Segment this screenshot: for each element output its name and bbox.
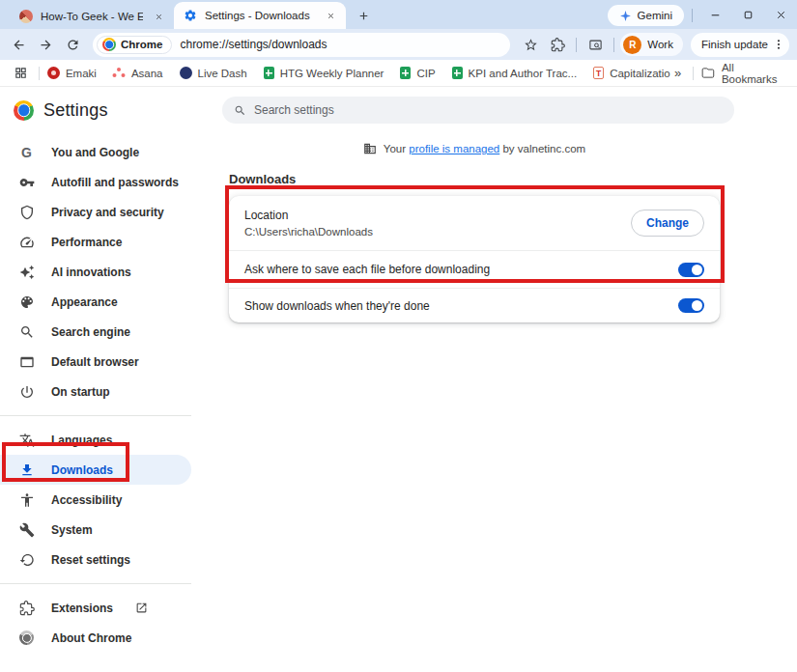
sidebar-item-search-engine[interactable]: Search engine [0, 317, 191, 347]
sheets-favicon-icon [400, 67, 411, 79]
tab-close-icon[interactable] [151, 9, 166, 24]
sidebar-item-reset-settings[interactable]: Reset settings [0, 545, 191, 574]
settings-main: Your profile is managed by valnetinc.com… [229, 133, 720, 672]
sidebar-item-label: AI innovations [51, 266, 131, 279]
browser-window: How-To Geek - We Explain Tech Settings -… [0, 0, 797, 672]
sidebar-item-languages[interactable]: Languages [0, 425, 191, 455]
page-title: Settings [43, 100, 108, 121]
profile-chip[interactable]: R Work [620, 33, 683, 56]
close-icon[interactable] [764, 1, 797, 28]
change-button[interactable]: Change [631, 210, 704, 237]
avatar: R [623, 36, 641, 54]
organization-icon [363, 142, 377, 155]
show-downloads-toggle[interactable] [678, 298, 704, 313]
sidebar-item-system[interactable]: System [0, 515, 191, 545]
chrome-logo-icon [18, 630, 35, 646]
sidebar-item-extensions[interactable]: Extensions [0, 593, 191, 623]
bookmark-cip[interactable]: CIP [400, 67, 435, 79]
forward-icon[interactable] [33, 32, 58, 57]
g-letter-icon: G [18, 144, 35, 160]
toolbar: Chrome chrome://settings/downloads R Wor… [0, 29, 797, 60]
downloads-settings-card: Location C:\Users\richa\Downloads Change… [229, 196, 720, 322]
back-icon[interactable] [6, 32, 31, 57]
sidebar-item-default-browser[interactable]: Default browser [0, 347, 191, 377]
sidebar-item-autofill-and-passwords[interactable]: Autofill and passwords [0, 167, 191, 197]
speedometer-icon [18, 234, 35, 250]
accessibility-icon [18, 491, 35, 508]
bookmark-live-dash[interactable]: Live Dash [180, 67, 247, 79]
bookmark-label: KPI and Author Trac... [469, 68, 578, 79]
tab-settings-downloads[interactable]: Settings - Downloads [174, 2, 346, 29]
sidebar-item-label: Downloads [51, 463, 113, 477]
chrome-logo-icon [14, 100, 34, 121]
sidebar-item-label: System [51, 523, 93, 537]
shield-icon [18, 204, 35, 220]
window-controls [698, 0, 797, 29]
sidebar-item-privacy-and-security[interactable]: Privacy and security [0, 197, 191, 227]
bookmark-emaki[interactable]: Emaki [47, 67, 97, 79]
sidebar-item-performance[interactable]: Performance [0, 227, 191, 257]
wrench-icon [18, 521, 35, 538]
asana-favicon-icon [113, 67, 126, 79]
extensions-icon[interactable] [545, 32, 570, 57]
tab-howtogeek[interactable]: How-To Geek - We Explain Tech [10, 4, 174, 29]
site-chip[interactable]: Chrome [97, 36, 172, 54]
url-text: chrome://settings/downloads [180, 38, 327, 51]
finish-update-label: Finish update [701, 39, 768, 50]
show-downloads-label: Show downloads when they're done [244, 299, 678, 313]
download-icon [18, 462, 35, 478]
bookmarks-bar: EmakiAsanaLive DashHTG Weekly PlannerCIP… [0, 60, 797, 87]
new-tab-button[interactable] [352, 4, 375, 27]
settings-search[interactable] [222, 97, 734, 124]
side-panel-search-icon[interactable] [583, 32, 608, 57]
kebab-menu-icon[interactable] [772, 38, 785, 51]
maximize-icon[interactable] [731, 1, 764, 28]
sidebar-item-ai-innovations[interactable]: AI innovations [0, 257, 191, 287]
show-downloads-row: Show downloads when they're done [229, 288, 720, 322]
sheets-favicon-icon [264, 67, 274, 79]
sidebar-item-accessibility[interactable]: Accessibility [0, 485, 191, 515]
reload-icon[interactable] [60, 32, 85, 57]
tab-close-icon[interactable] [323, 8, 338, 23]
sheets-favicon-icon [452, 67, 463, 79]
bookmark-htg-weekly-planner[interactable]: HTG Weekly Planner [264, 67, 384, 79]
translate-icon [18, 432, 35, 448]
address-bar[interactable]: Chrome chrome://settings/downloads [93, 33, 510, 57]
gemini-button[interactable]: Gemini [608, 5, 684, 26]
apps-grid-icon[interactable] [10, 63, 31, 84]
all-bookmarks-label: All Bookmarks [722, 62, 787, 85]
sidebar-item-you-and-google[interactable]: GYou and Google [0, 137, 191, 167]
bookmarks-overflow-icon[interactable]: » [670, 66, 685, 80]
bookmark-kpi-and-author-trac-[interactable]: KPI and Author Trac... [452, 67, 578, 79]
profile-managed-link[interactable]: profile is managed [409, 143, 499, 154]
tab-title: Settings - Downloads [205, 10, 315, 21]
sidebar-item-label: Languages [51, 434, 112, 447]
tab-title: How-To Geek - We Explain Tech [41, 11, 143, 22]
settings-sidebar: GYou and GoogleAutofill and passwordsPri… [0, 133, 191, 672]
search-icon [234, 104, 246, 117]
bookmark-capitalization-tool[interactable]: TCapitalization Tool [593, 67, 670, 79]
sidebar-item-downloads[interactable]: Downloads [0, 455, 191, 485]
sidebar-item-label: Search engine [51, 325, 130, 339]
minimize-icon[interactable] [698, 1, 731, 28]
search-settings-input[interactable] [254, 103, 723, 117]
sidebar-item-label: Autofill and passwords [51, 176, 179, 189]
doc-favicon-icon: T [593, 67, 604, 79]
settings-gear-favicon-icon [184, 9, 197, 22]
sidebar-item-label: On startup [51, 385, 110, 399]
sidebar-item-on-startup[interactable]: On startup [0, 377, 191, 406]
key-icon [18, 174, 35, 190]
all-bookmarks-button[interactable]: All Bookmarks [701, 62, 787, 85]
bookmark-label: CIP [416, 68, 435, 79]
tab-strip: How-To Geek - We Explain Tech Settings -… [0, 0, 797, 29]
bookmark-asana[interactable]: Asana [113, 67, 163, 79]
sidebar-item-appearance[interactable]: Appearance [0, 287, 191, 317]
sidebar-item-about-chrome[interactable]: About Chrome [0, 623, 191, 653]
finish-update-button[interactable]: Finish update [691, 33, 789, 57]
ask-where-row: Ask where to save each file before downl… [229, 250, 720, 288]
ask-where-toggle[interactable] [678, 263, 704, 277]
reset-icon [18, 551, 35, 568]
bookmark-star-icon[interactable] [518, 32, 543, 57]
sidebar-divider [0, 583, 191, 584]
puzzle-icon [18, 600, 35, 616]
